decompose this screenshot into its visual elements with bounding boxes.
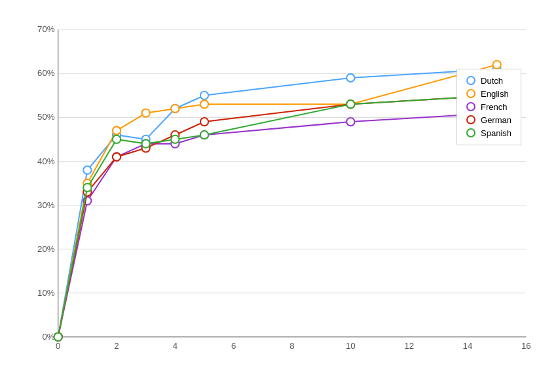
legend-label: Dutch — [481, 76, 503, 86]
svg-text:0%: 0% — [42, 331, 54, 341]
legend-item: German — [466, 115, 512, 125]
legend-label: French — [481, 102, 507, 112]
svg-point-62 — [142, 139, 150, 147]
svg-text:8: 8 — [289, 341, 294, 351]
legend-icon — [466, 89, 475, 98]
legend: DutchEnglishFrenchGermanSpanish — [456, 69, 521, 145]
legend-item: French — [466, 102, 512, 112]
legend-label: Spanish — [481, 128, 512, 138]
chart-container: 0%10%20%30%40%50%60%70%0246810121416 Dut… — [10, 10, 548, 383]
svg-point-59 — [54, 332, 62, 340]
svg-text:6: 6 — [231, 341, 236, 351]
svg-point-39 — [171, 104, 179, 112]
svg-point-63 — [171, 135, 179, 143]
svg-point-53 — [113, 152, 121, 160]
svg-text:16: 16 — [521, 341, 531, 351]
svg-text:10%: 10% — [37, 287, 55, 297]
svg-point-61 — [113, 135, 121, 143]
svg-point-65 — [346, 100, 354, 108]
svg-point-40 — [200, 100, 208, 108]
legend-icon — [466, 102, 475, 111]
legend-icon — [466, 76, 475, 85]
svg-text:2: 2 — [114, 341, 119, 351]
svg-point-33 — [346, 73, 354, 81]
svg-point-56 — [200, 117, 208, 125]
legend-item: Spanish — [466, 128, 512, 138]
legend-item: Dutch — [466, 76, 512, 86]
svg-point-37 — [113, 126, 121, 134]
legend-item: English — [466, 89, 512, 99]
legend-label: English — [481, 89, 509, 99]
legend-icon — [466, 128, 475, 137]
svg-text:70%: 70% — [37, 24, 55, 34]
svg-text:14: 14 — [463, 341, 473, 351]
svg-text:50%: 50% — [37, 112, 55, 122]
svg-text:20%: 20% — [37, 243, 55, 253]
svg-point-38 — [142, 109, 150, 116]
legend-icon — [466, 115, 475, 124]
svg-text:40%: 40% — [37, 156, 55, 166]
svg-point-64 — [200, 131, 208, 139]
svg-text:12: 12 — [404, 341, 414, 351]
svg-point-49 — [346, 117, 354, 125]
svg-point-42 — [493, 60, 501, 68]
svg-point-32 — [200, 91, 208, 99]
svg-text:30%: 30% — [37, 200, 55, 209]
svg-text:0: 0 — [56, 341, 60, 351]
svg-text:10: 10 — [346, 341, 356, 351]
svg-point-60 — [83, 183, 91, 191]
svg-point-28 — [83, 166, 91, 173]
svg-text:60%: 60% — [37, 68, 55, 78]
legend-label: German — [481, 115, 512, 125]
svg-text:4: 4 — [173, 341, 177, 351]
